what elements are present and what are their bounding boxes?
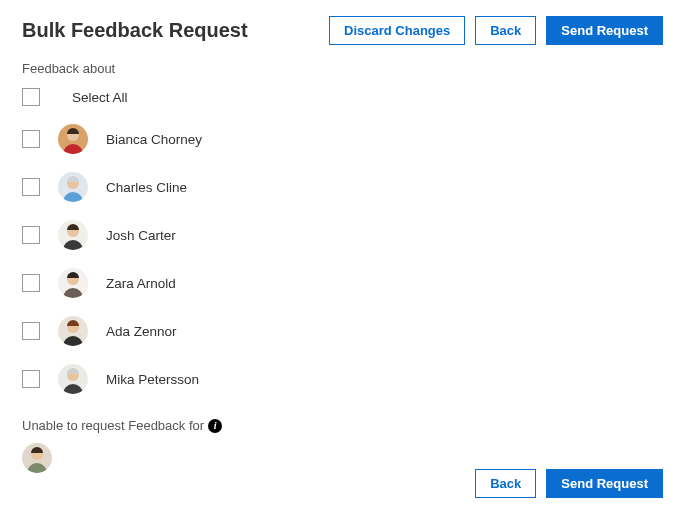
person-name: Josh Carter: [106, 228, 176, 243]
avatar: [58, 364, 88, 394]
header-button-group: Discard Changes Back Send Request: [329, 16, 663, 45]
list-item: Ada Zennor: [22, 316, 663, 346]
person-checkbox[interactable]: [22, 322, 40, 340]
avatar: [58, 124, 88, 154]
footer-button-group: Back Send Request: [475, 469, 663, 498]
unable-label-row: Unable to request Feedback for i: [22, 418, 663, 433]
feedback-about-label: Feedback about: [22, 61, 663, 76]
list-item: Mika Petersson: [22, 364, 663, 394]
avatar: [58, 316, 88, 346]
select-all-row: Select All: [22, 88, 663, 106]
select-all-checkbox[interactable]: [22, 88, 40, 106]
avatar: [58, 220, 88, 250]
person-checkbox[interactable]: [22, 370, 40, 388]
page-title: Bulk Feedback Request: [22, 19, 248, 42]
list-item: Charles Cline: [22, 172, 663, 202]
person-checkbox[interactable]: [22, 226, 40, 244]
person-checkbox[interactable]: [22, 178, 40, 196]
person-checkbox[interactable]: [22, 130, 40, 148]
person-name: Charles Cline: [106, 180, 187, 195]
discard-changes-button[interactable]: Discard Changes: [329, 16, 465, 45]
list-item: Bianca Chorney: [22, 124, 663, 154]
back-button-bottom[interactable]: Back: [475, 469, 536, 498]
unable-label-text: Unable to request Feedback for: [22, 418, 204, 433]
avatar: [58, 172, 88, 202]
list-item: Zara Arnold: [22, 268, 663, 298]
people-list: Select All Bianca Chorney Charles Cline …: [22, 88, 663, 394]
send-request-button-bottom[interactable]: Send Request: [546, 469, 663, 498]
person-checkbox[interactable]: [22, 274, 40, 292]
avatar: [58, 268, 88, 298]
select-all-label: Select All: [72, 90, 128, 105]
person-name: Zara Arnold: [106, 276, 176, 291]
info-icon[interactable]: i: [208, 419, 222, 433]
person-name: Mika Petersson: [106, 372, 199, 387]
back-button-top[interactable]: Back: [475, 16, 536, 45]
person-name: Ada Zennor: [106, 324, 177, 339]
send-request-button-top[interactable]: Send Request: [546, 16, 663, 45]
person-name: Bianca Chorney: [106, 132, 202, 147]
unable-avatar: [22, 443, 52, 473]
list-item: Josh Carter: [22, 220, 663, 250]
